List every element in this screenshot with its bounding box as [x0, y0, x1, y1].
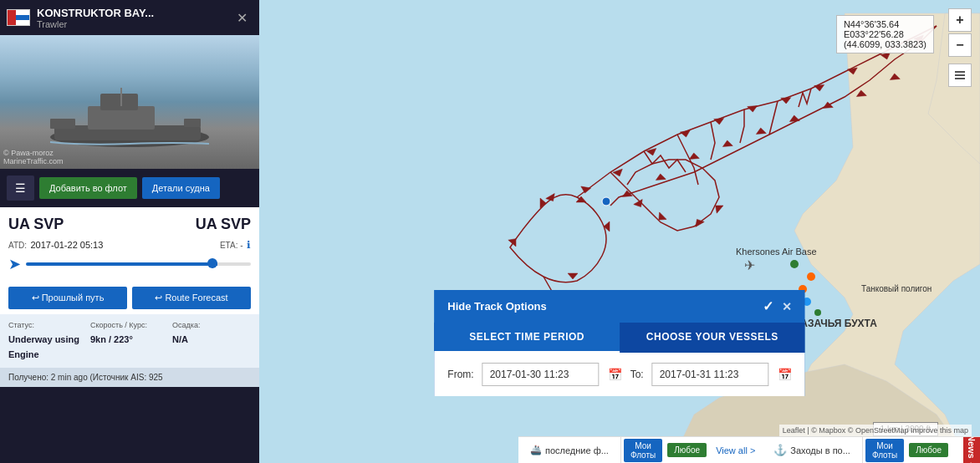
layers-icon: [953, 69, 967, 82]
atd-row: ATD: 2017-01-22 05:13 ETA: - ℹ: [8, 237, 251, 252]
svg-marker-14: [680, 130, 691, 138]
eta-info-icon[interactable]: ℹ: [247, 239, 251, 251]
svg-marker-15: [714, 118, 725, 125]
tab-recent-fleets[interactable]: 🚢 последние ф...: [518, 437, 621, 463]
vessel-image: © Pawa-moroz MarineTraffic.com: [0, 35, 259, 169]
past-track-button[interactable]: ↩ Прошлый путь: [8, 287, 127, 309]
draft-value: N/A: [172, 334, 188, 344]
received-label: Получено:: [8, 373, 48, 382]
svg-marker-25: [789, 114, 800, 121]
track-options-check-icon: ✓: [763, 298, 773, 314]
tankoviy-label: Танковый полигон: [861, 284, 932, 293]
route-buttons: ↩ Прошлый путь ↩ Route Forecast: [0, 282, 259, 314]
route-forecast-button[interactable]: ↩ Route Forecast: [132, 287, 251, 309]
flag-icon: [7, 9, 30, 26]
svg-point-42: [807, 272, 815, 281]
svg-rect-49: [955, 78, 965, 79]
zoom-in-button[interactable]: +: [948, 8, 972, 32]
svg-marker-18: [814, 84, 825, 91]
atd-label: ATD:: [8, 241, 27, 250]
map-attribution: Leaflet | © Mapbox © OpenStreetMap Impro…: [779, 425, 972, 436]
svg-marker-24: [823, 101, 834, 108]
coordinate-popup: N44°36'35.64 E033°22'56.28 (44.6099, 033…: [836, 15, 934, 53]
atd-block: ATD: 2017-01-22 05:13: [8, 237, 103, 252]
track-options-close-button[interactable]: ✕: [782, 300, 792, 313]
coord-decimal: (44.6099, 033.3823): [844, 39, 926, 49]
close-button[interactable]: ✕: [232, 8, 253, 28]
add-to-fleet-button[interactable]: Добавить во флот: [39, 177, 137, 199]
atd-value: 2017-01-22 05:13: [31, 240, 104, 250]
news-label: News: [967, 436, 977, 459]
from-date-input[interactable]: [482, 363, 600, 386]
my-fleets-button-1[interactable]: Мои Флоты: [624, 439, 662, 462]
track-options-header: Hide Track Options ✓ ✕: [434, 290, 804, 323]
vessel-header: KONSTRUKTOR BAY... Trawler ✕: [0, 0, 259, 35]
watermark: © Pawa-moroz MarineTraffic.com: [3, 149, 64, 165]
track-options-panel: Hide Track Options ✓ ✕ SELECT TIME PERIO…: [434, 290, 804, 396]
my-fleets-button-2[interactable]: Мои Флоты: [865, 439, 904, 462]
bottom-info: Получено: 2 min ago (Источник AIS: 925: [0, 368, 259, 387]
svg-marker-28: [689, 152, 700, 159]
from-calendar-icon[interactable]: 📅: [608, 368, 622, 381]
vessel-type: Trawler: [37, 19, 225, 29]
svg-rect-6: [184, 119, 201, 127]
speed-value: 9kn / 223°: [90, 334, 133, 344]
svg-point-41: [790, 260, 799, 268]
svg-rect-48: [955, 74, 965, 76]
map-area[interactable]: Khersones Air Base КАЗАЧЬЯ БУХТА Танковы…: [259, 0, 980, 463]
received-value: 2 min ago (Источник AIS: 925: [51, 373, 163, 382]
speed-slider[interactable]: [26, 262, 251, 266]
speed-arrow-icon: ➤: [8, 255, 21, 273]
bottom-bar: 🚢 последние ф... Мои Флоты Любое View al…: [518, 436, 980, 463]
svg-rect-3: [100, 94, 138, 110]
track-options-body: From: 📅 To: 📅: [434, 353, 804, 396]
tab-time-period[interactable]: SELECT TIME PERIOD: [434, 323, 620, 353]
tab-recent-label: последние ф...: [545, 445, 609, 455]
zoom-out-button[interactable]: −: [948, 33, 972, 57]
speed-label: Скорость / Курс:: [90, 321, 169, 329]
status-grid: Статус: Underway using Engine Скорость /…: [8, 321, 251, 361]
to-label: To:: [630, 369, 644, 380]
svg-marker-17: [781, 98, 791, 104]
speed-slider-thumb: [207, 258, 217, 268]
track-options-tabs: SELECT TIME PERIOD CHOOSE YOUR VESSELS: [434, 323, 804, 353]
anchor-icon: ⚓: [773, 444, 787, 456]
map-controls: + −: [948, 8, 972, 87]
svg-rect-5: [50, 119, 75, 129]
svg-marker-35: [568, 273, 578, 279]
svg-marker-38: [692, 216, 704, 226]
speed-row: ➤: [8, 255, 251, 273]
svg-point-40: [602, 197, 610, 206]
coord-lon: E033°22'56.28: [844, 29, 926, 39]
from-label: From:: [447, 369, 473, 380]
left-panel: KONSTRUKTOR BAY... Trawler ✕: [0, 0, 259, 463]
eta-block: ETA: - ℹ: [220, 237, 251, 252]
to-date-input[interactable]: [652, 363, 769, 386]
eta-label: ETA: -: [220, 241, 243, 250]
any-button-1[interactable]: Любое: [667, 443, 707, 457]
view-all-link[interactable]: View all >: [709, 445, 762, 455]
status-label: Статус:: [8, 321, 87, 329]
map-layers-button[interactable]: [948, 64, 972, 87]
svg-marker-27: [722, 140, 733, 146]
tab-port-arrivals[interactable]: ⚓ Заходы в по...: [762, 437, 863, 463]
air-base-label: Khersones Air Base: [736, 247, 817, 257]
callsign-right: UA SVP: [196, 216, 251, 233]
status-item-draft: Осадка: N/A: [172, 321, 251, 361]
status-value: Underway using Engine: [8, 334, 79, 359]
svg-marker-26: [756, 127, 767, 134]
menu-button[interactable]: ☰: [7, 176, 34, 201]
ship-svg: [38, 85, 222, 152]
tab-choose-vessels[interactable]: CHOOSE YOUR VESSELS: [620, 323, 805, 353]
news-badge[interactable]: News ‹: [963, 437, 980, 463]
to-calendar-icon[interactable]: 📅: [778, 368, 792, 381]
kazachya-label: КАЗАЧЬЯ БУХТА: [794, 318, 877, 329]
draft-label: Осадка:: [172, 321, 251, 329]
vessel-details-button[interactable]: Детали судна: [142, 177, 220, 199]
svg-marker-29: [656, 173, 666, 180]
status-item-speed: Скорость / Курс: 9kn / 223°: [90, 321, 169, 361]
any-button-2[interactable]: Любое: [909, 443, 948, 457]
svg-marker-31: [508, 236, 520, 247]
tab-recent-icon: 🚢: [530, 445, 542, 455]
svg-marker-16: [748, 105, 758, 112]
